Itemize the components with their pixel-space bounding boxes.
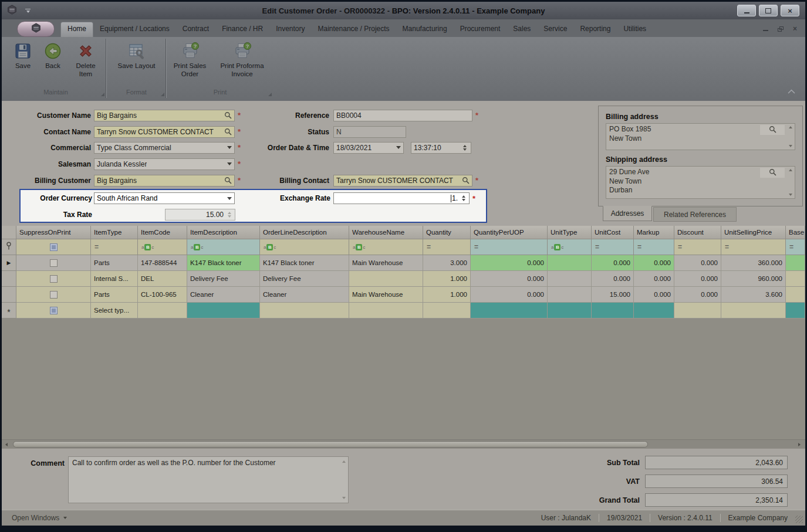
doc-close-icon[interactable]: ×	[793, 25, 797, 32]
grid-cell-itemcode[interactable]: CL-100-965	[138, 287, 187, 303]
commercial-dropdown[interactable]: Type Class Commercial	[94, 142, 235, 154]
col-header-quantity[interactable]: Quantity	[423, 226, 471, 239]
grid-cell-unittype[interactable]	[548, 255, 592, 271]
scroll-arrows-icon[interactable]	[786, 124, 795, 150]
tab-utilities[interactable]: Utilities	[617, 22, 653, 37]
filter-cell-discount[interactable]: =	[674, 239, 721, 255]
search-icon[interactable]	[224, 177, 232, 184]
col-header-itemdescription[interactable]: ItemDescription	[187, 226, 260, 239]
filter-cell-markup[interactable]: =	[634, 239, 674, 255]
filter-cell-base[interactable]: =	[786, 239, 805, 255]
tab-manufacturing[interactable]: Manufacturing	[396, 22, 454, 37]
grid-cell-discount[interactable]: 0.000	[674, 287, 721, 303]
grid-cell-quantity[interactable]: 1.000	[423, 287, 471, 303]
billing-customer-field[interactable]: Big Bargains	[94, 175, 235, 187]
grid-cell-itemtype[interactable]: Parts	[91, 287, 138, 303]
filter-cell-itemcode[interactable]: aBc	[138, 239, 187, 255]
col-header-quantityperuop[interactable]: QuantityPerUOP	[471, 226, 548, 239]
col-header-unitcost[interactable]: UnitCost	[592, 226, 634, 239]
grid-cell-suppressonprint[interactable]	[16, 303, 91, 318]
order-date-dropdown[interactable]: 18/03/2021	[333, 142, 404, 154]
grid-cell-orderlinedescription[interactable]	[260, 303, 349, 318]
chevron-down-icon[interactable]	[227, 162, 232, 165]
application-menu-button[interactable]	[17, 21, 55, 37]
grid-cell-unitcost[interactable]: 15.000	[592, 287, 634, 303]
close-button[interactable]: ×	[781, 5, 799, 16]
grid-cell-unitcost[interactable]: 0.000	[592, 271, 634, 287]
scrollbar-thumb[interactable]	[13, 441, 648, 448]
grid-cell-discount[interactable]: 0.000	[674, 271, 721, 287]
table-row[interactable]: Internal S...DELDelivery FeeDelivery Fee…	[2, 271, 805, 287]
print-proforma-invoice-button[interactable]: ?Print Proforma Invoice	[213, 40, 272, 79]
grid-cell-quantityperuop[interactable]: 0.000	[471, 255, 548, 271]
grid-cell-quantityperuop[interactable]	[471, 303, 548, 318]
grid-cell-suppressonprint[interactable]	[16, 271, 91, 287]
checkbox-checked-icon[interactable]	[50, 307, 58, 314]
tab-maintenance-projects[interactable]: Maintenance / Projects	[312, 22, 396, 37]
search-icon[interactable]	[760, 168, 785, 178]
tab-addresses[interactable]: Addresses	[603, 206, 652, 221]
col-header-markup[interactable]: Markup	[634, 226, 674, 239]
grid-cell-markup[interactable]: 0.000	[634, 255, 674, 271]
save-layout-button[interactable]: Save Layout	[110, 40, 163, 72]
grid-cell-markup[interactable]: 0.000	[634, 287, 674, 303]
tab-finance-hr[interactable]: Finance / HR	[215, 22, 269, 37]
scroll-left-icon[interactable]	[2, 443, 11, 446]
grid-cell-unittype[interactable]	[548, 303, 592, 318]
grid-cell-quantityperuop[interactable]: 0.000	[471, 271, 548, 287]
filter-cell-suppressonprint[interactable]	[16, 239, 91, 255]
grid-cell-orderlinedescription[interactable]: Delivery Fee	[260, 271, 349, 287]
search-icon[interactable]	[224, 128, 232, 135]
grid-cell-markup[interactable]: 0.000	[634, 271, 674, 287]
table-row[interactable]: *Select typ...	[2, 303, 805, 318]
grid-cell-unitcost[interactable]: 0.000	[592, 255, 634, 271]
tab-service[interactable]: Service	[537, 22, 573, 37]
tab-home[interactable]: Home	[60, 22, 93, 37]
col-header-suppressonprint[interactable]: SuppressOnPrint	[16, 226, 91, 239]
filter-cell-quantity[interactable]: =	[423, 239, 471, 255]
filter-cell-unitsellingprice[interactable]: =	[721, 239, 786, 255]
save-button[interactable]: Save	[9, 40, 37, 72]
grid-cell-itemdescription[interactable]: Delivery Fee	[187, 271, 260, 287]
col-header-discount[interactable]: Discount	[674, 226, 721, 239]
scroll-up-icon[interactable]	[342, 460, 346, 463]
grid-cell-discount[interactable]: 0.000	[674, 255, 721, 271]
tab-equipment-locations[interactable]: Equipment / Locations	[93, 22, 176, 37]
filter-cell-unitcost[interactable]: =	[592, 239, 634, 255]
back-button[interactable]: Back	[39, 40, 67, 72]
grid-cell-quantity[interactable]: 3.000	[423, 255, 471, 271]
grid-cell-markup[interactable]	[634, 303, 674, 318]
grid-cell-itemtype[interactable]: Internal S...	[91, 271, 138, 287]
resize-grip[interactable]	[795, 516, 803, 523]
grid-cell-quantityperuop[interactable]: 0.000	[471, 287, 548, 303]
checkbox-indeterminate-icon[interactable]	[50, 243, 58, 251]
grid-cell-warehousename[interactable]: Main Warehouse	[349, 255, 423, 271]
grid-cell-unitsellingprice[interactable]	[721, 303, 786, 318]
grid-cell-suppressonprint[interactable]	[16, 255, 91, 271]
grid-cell-quantity[interactable]	[423, 303, 471, 318]
table-row[interactable]: ▶Parts147-888544K147 Black tonerK147 Bla…	[2, 255, 805, 271]
doc-restore-icon[interactable]	[778, 26, 784, 32]
grid-cell-itemcode[interactable]: DEL	[138, 271, 187, 287]
col-header-orderlinedescription[interactable]: OrderLineDescription	[260, 226, 349, 239]
spinner-arrows-icon[interactable]	[460, 195, 467, 201]
tab-inventory[interactable]: Inventory	[269, 22, 311, 37]
reference-field[interactable]: BB0004	[333, 110, 472, 121]
delete-item-button[interactable]: Delete Item	[69, 40, 103, 79]
salesman-dropdown[interactable]: Julanda Kessler	[94, 158, 235, 170]
doc-minimize-icon[interactable]	[763, 30, 768, 31]
grid-cell-itemcode[interactable]: 147-888544	[138, 255, 187, 271]
tab-reporting[interactable]: Reporting	[573, 22, 617, 37]
contact-name-field[interactable]: Tarryn Snow CUSTOMER CONTACT	[94, 126, 235, 138]
customer-name-field[interactable]: Big Bargains	[94, 110, 235, 121]
scroll-down-icon[interactable]	[342, 497, 346, 499]
quick-access-dropdown-icon[interactable]	[25, 9, 31, 13]
grid-cell-warehousename[interactable]: Main Warehouse	[349, 287, 423, 303]
checkbox-unchecked-icon[interactable]	[50, 291, 58, 299]
filter-cell-quantityperuop[interactable]: =	[471, 239, 548, 255]
chevron-down-icon[interactable]	[396, 146, 401, 149]
grid-cell-unitsellingprice[interactable]: 3.600	[721, 287, 786, 303]
search-icon[interactable]	[224, 111, 232, 119]
billing-contact-field[interactable]: Tarryn Snow CUSTOMER CONTACT	[333, 175, 472, 187]
chevron-down-icon[interactable]	[227, 146, 232, 149]
